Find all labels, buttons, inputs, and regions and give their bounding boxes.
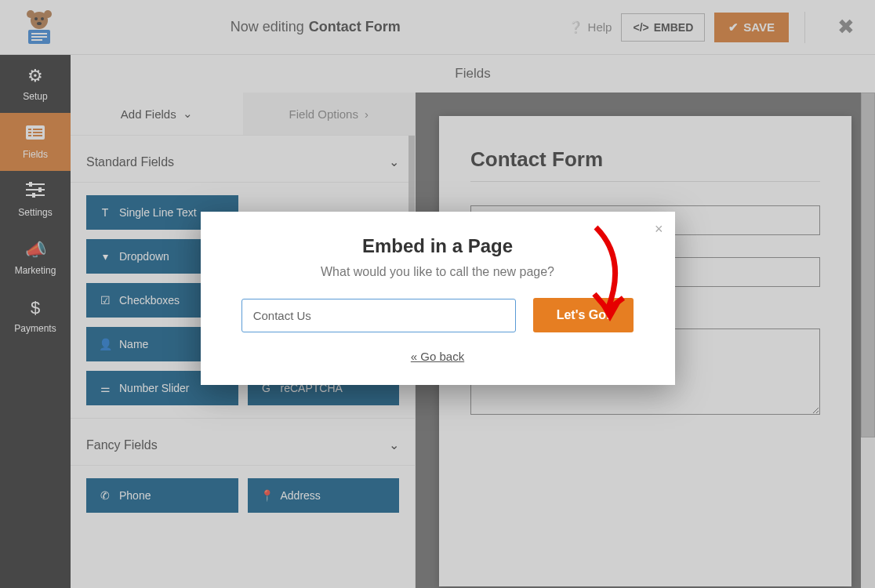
go-back-link[interactable]: « Go back bbox=[224, 350, 652, 363]
modal-subtitle: What would you like to call the new page… bbox=[224, 265, 652, 279]
modal-overlay: × Embed in a Page What would you like to… bbox=[0, 0, 875, 588]
page-name-input[interactable] bbox=[241, 299, 516, 332]
lets-go-button[interactable]: Let's Go! bbox=[533, 298, 634, 332]
modal-title: Embed in a Page bbox=[224, 235, 652, 257]
embed-modal: × Embed in a Page What would you like to… bbox=[201, 212, 675, 385]
modal-close-button[interactable]: × bbox=[655, 221, 663, 238]
